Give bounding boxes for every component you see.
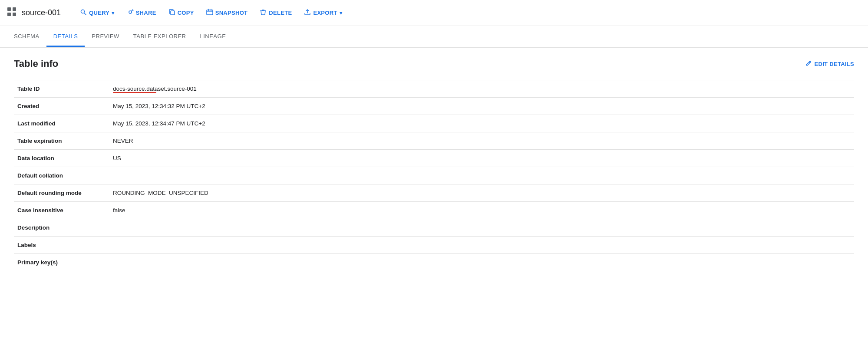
table-row: Created May 15, 2023, 12:34:32 PM UTC+2: [14, 98, 854, 115]
delete-button[interactable]: DELETE: [254, 6, 297, 20]
share-icon: [127, 9, 134, 17]
tab-schema[interactable]: SCHEMA: [7, 27, 46, 47]
row-key: Table ID: [14, 80, 109, 98]
copy-button[interactable]: COPY: [163, 6, 199, 20]
query-icon: [80, 9, 87, 17]
page-title: source-001: [22, 8, 61, 17]
tab-table-explorer[interactable]: TABLE EXPLORER: [126, 27, 193, 47]
row-key: Primary key(s): [14, 254, 109, 271]
table-row: Table expiration NEVER: [14, 132, 854, 150]
svg-rect-2: [7, 13, 11, 16]
table-row: Description: [14, 219, 854, 237]
snapshot-button[interactable]: SNAPSHOT: [201, 6, 253, 20]
svg-rect-3: [13, 13, 16, 16]
table-info: Table ID docs-source.dataset.source-001 …: [14, 80, 854, 271]
row-key: Data location: [14, 150, 109, 167]
header: source-001 QUERY ▾ SHARE: [0, 0, 868, 26]
section-title: Table info: [14, 58, 58, 69]
query-button[interactable]: QUERY ▾: [75, 6, 120, 20]
row-value: NEVER: [109, 132, 854, 150]
copy-icon: [168, 9, 175, 17]
table-row: Data location US: [14, 150, 854, 167]
section-header: Table info EDIT DETAILS: [14, 58, 854, 69]
table-grid-icon: [7, 7, 17, 19]
edit-pencil-icon: [805, 60, 812, 68]
row-key: Default collation: [14, 167, 109, 184]
svg-point-6: [129, 11, 132, 13]
tabs-bar: SCHEMA DETAILS PREVIEW TABLE EXPLORER LI…: [0, 26, 868, 48]
row-value: [109, 254, 854, 271]
svg-line-5: [84, 13, 86, 15]
row-value: [109, 237, 854, 254]
export-icon: [304, 9, 311, 17]
row-value: US: [109, 150, 854, 167]
delete-icon: [260, 9, 267, 17]
tab-preview[interactable]: PREVIEW: [85, 27, 126, 47]
row-value: docs-source.dataset.source-001: [109, 80, 854, 98]
table-row: Primary key(s): [14, 254, 854, 271]
row-value: [109, 219, 854, 237]
row-key: Description: [14, 219, 109, 237]
export-button[interactable]: EXPORT ▾: [299, 6, 347, 20]
svg-rect-8: [171, 11, 175, 15]
table-row: Labels: [14, 237, 854, 254]
tab-lineage[interactable]: LINEAGE: [193, 27, 233, 47]
svg-line-14: [809, 62, 810, 63]
row-key: Table expiration: [14, 132, 109, 150]
share-button[interactable]: SHARE: [122, 6, 162, 20]
edit-details-button[interactable]: EDIT DETAILS: [805, 60, 854, 68]
row-key: Default rounding mode: [14, 184, 109, 202]
table-row: Case insensitive false: [14, 202, 854, 219]
table-row: Default collation: [14, 167, 854, 184]
table-row: Table ID docs-source.dataset.source-001: [14, 80, 854, 98]
svg-rect-9: [207, 10, 213, 15]
tab-details[interactable]: DETAILS: [46, 27, 85, 47]
row-value: May 15, 2023, 12:34:47 PM UTC+2: [109, 115, 854, 132]
export-chevron-icon: ▾: [340, 10, 342, 16]
row-key: Labels: [14, 237, 109, 254]
row-key: Case insensitive: [14, 202, 109, 219]
query-chevron-icon: ▾: [112, 10, 114, 16]
table-row: Default rounding mode ROUNDING_MODE_UNSP…: [14, 184, 854, 202]
table-id-value: docs-source.dataset.source-001: [113, 86, 197, 92]
svg-rect-1: [13, 7, 16, 11]
row-key: Last modified: [14, 115, 109, 132]
row-value: May 15, 2023, 12:34:32 PM UTC+2: [109, 98, 854, 115]
row-value: [109, 167, 854, 184]
header-actions: QUERY ▾ SHARE COPY: [75, 6, 347, 20]
row-value: false: [109, 202, 854, 219]
svg-rect-0: [7, 7, 11, 11]
row-key: Created: [14, 98, 109, 115]
snapshot-icon: [206, 9, 213, 17]
row-value: ROUNDING_MODE_UNSPECIFIED: [109, 184, 854, 202]
table-row: Last modified May 15, 2023, 12:34:47 PM …: [14, 115, 854, 132]
content-area: Table info EDIT DETAILS Table ID docs-so…: [0, 48, 868, 282]
